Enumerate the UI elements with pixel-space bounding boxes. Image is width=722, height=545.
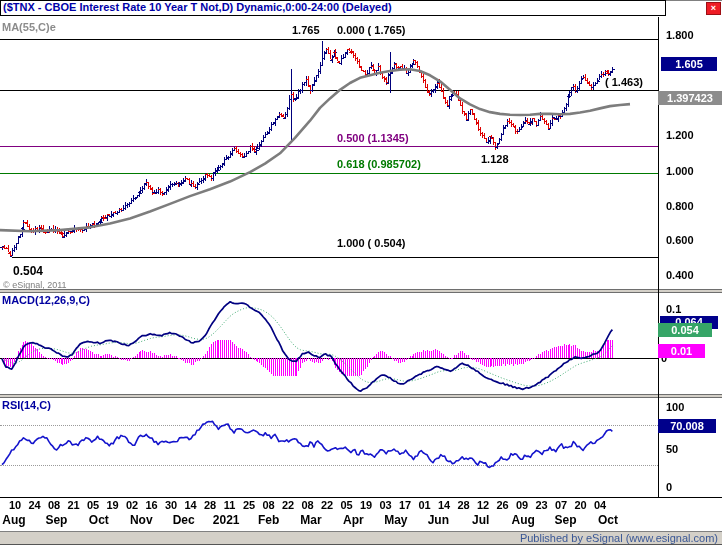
- macd-indicator-label: MACD(12,26,9,C): [2, 294, 90, 306]
- rsi-indicator-label: RSI(14,C): [2, 399, 51, 411]
- rsi-tick-0: 0: [666, 481, 672, 493]
- title-bar: ($TNX - CBOE Interest Rate 10 Year T Not…: [0, 0, 666, 16]
- macd-signal-badge: 0.054: [658, 323, 712, 337]
- last-price-badge: 1.605: [661, 57, 717, 71]
- x-axis-month-label: Jul: [461, 513, 501, 527]
- x-axis-month-label: Dec: [164, 513, 204, 527]
- fib-0-label: 0.000 ( 1.765): [337, 24, 406, 36]
- close-button[interactable]: ×: [706, 2, 721, 15]
- x-axis-month-label: 2021: [206, 513, 246, 527]
- rsi-tick-50: 50: [666, 443, 678, 455]
- price-tick-0800: 0.800: [666, 200, 694, 212]
- resistance-label: ( 1.463): [605, 76, 643, 88]
- publisher-bar: Published by eSignal (www.esignal.com): [0, 531, 722, 545]
- peak-high-label: 1.765: [292, 24, 320, 36]
- fib-50-label: 0.500 (1.1345): [337, 132, 409, 144]
- x-axis-month-label: Sep: [36, 513, 76, 527]
- publisher-text: Published by eSignal (www.esignal.com): [520, 532, 718, 545]
- chart-window: ($TNX - CBOE Interest Rate 10 Year T Not…: [0, 0, 722, 545]
- price-tick-0600: 0.600: [666, 234, 694, 246]
- fib-100-label: 1.000 ( 0.504): [337, 237, 406, 249]
- july-low-label: 1.128: [481, 153, 509, 165]
- x-axis-month-label: Aug: [503, 513, 543, 527]
- fib-618-label: 0.618 (0.985702): [337, 158, 421, 170]
- ma-indicator-label: MA(55,C)e: [2, 21, 56, 33]
- x-axis-month-label: Feb: [249, 513, 289, 527]
- price-tick-0400: 0.400: [666, 269, 694, 281]
- macd-tick-01: 0.1: [666, 303, 681, 315]
- x-axis-day-label: 04: [589, 499, 611, 511]
- x-axis-month-label: May: [376, 513, 416, 527]
- x-axis-month-label: Sep: [546, 513, 586, 527]
- ma-value-badge: 1.397423: [658, 91, 722, 105]
- x-axis-month-label: Jun: [418, 513, 458, 527]
- x-axis-month-label: Nov: [121, 513, 161, 527]
- x-axis-month-label: Oct: [588, 513, 628, 527]
- rsi-value-badge: 70.008: [658, 419, 716, 433]
- rsi-tick-100: 100: [666, 401, 684, 413]
- price-tick-1000: 1.000: [666, 165, 694, 177]
- copyright-label: © eSignal, 2011: [3, 280, 67, 290]
- start-low-label: 0.504: [13, 265, 43, 277]
- x-axis-month-label: Mar: [291, 513, 331, 527]
- macd-hist-badge: 0.01: [658, 344, 705, 358]
- x-axis-month-label: Apr: [333, 513, 373, 527]
- x-axis-month-label: Aug: [0, 513, 34, 527]
- price-tick-1200: 1.200: [666, 129, 694, 141]
- x-axis-month-label: Oct: [79, 513, 119, 527]
- price-tick-1800: 1.800: [666, 29, 694, 41]
